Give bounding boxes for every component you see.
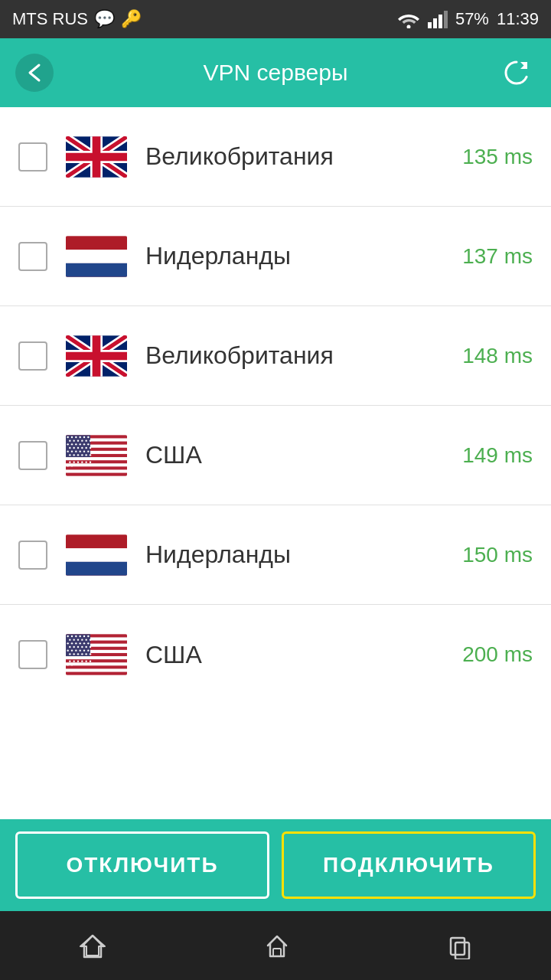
server-ping: 137 ms bbox=[462, 244, 533, 269]
server-list-item[interactable]: Великобритания135 ms bbox=[0, 107, 551, 207]
svg-rect-9 bbox=[66, 263, 127, 276]
svg-rect-1 bbox=[428, 22, 432, 28]
svg-point-110 bbox=[69, 653, 70, 655]
svg-rect-131 bbox=[451, 938, 465, 955]
svg-point-33 bbox=[75, 443, 77, 445]
server-country-name: Нидерланды bbox=[145, 242, 462, 270]
svg-point-114 bbox=[85, 653, 86, 655]
carrier-text: MTS RUS bbox=[12, 9, 88, 29]
svg-rect-76 bbox=[66, 656, 127, 659]
svg-point-102 bbox=[85, 646, 86, 648]
server-list-item[interactable]: Нидерланды137 ms bbox=[0, 207, 551, 306]
svg-point-81 bbox=[71, 635, 73, 637]
server-flag-uk bbox=[66, 335, 127, 377]
server-list-item[interactable]: США200 ms bbox=[0, 605, 551, 704]
svg-rect-77 bbox=[66, 662, 127, 665]
back-button[interactable] bbox=[15, 54, 54, 92]
svg-point-96 bbox=[83, 642, 85, 644]
server-checkbox[interactable] bbox=[18, 640, 47, 669]
svg-point-45 bbox=[75, 450, 77, 452]
svg-rect-15 bbox=[66, 457, 127, 460]
svg-point-117 bbox=[71, 657, 73, 658]
svg-rect-130 bbox=[273, 949, 281, 956]
svg-rect-78 bbox=[66, 668, 127, 671]
wifi-icon bbox=[397, 10, 420, 28]
refresh-button[interactable] bbox=[497, 54, 536, 92]
home-nav-button[interactable] bbox=[263, 932, 291, 959]
svg-point-82 bbox=[75, 635, 77, 637]
svg-point-52 bbox=[81, 454, 83, 456]
svg-rect-79 bbox=[66, 634, 90, 656]
svg-point-84 bbox=[83, 635, 85, 637]
server-checkbox[interactable] bbox=[18, 341, 47, 371]
svg-point-26 bbox=[73, 439, 74, 441]
server-flag-us bbox=[66, 634, 127, 675]
server-ping: 200 ms bbox=[462, 642, 533, 667]
recents-nav-button[interactable] bbox=[446, 932, 474, 959]
status-right: 57% 11:39 bbox=[397, 9, 539, 29]
svg-point-29 bbox=[85, 439, 86, 441]
server-ping: 149 ms bbox=[462, 443, 533, 468]
svg-point-46 bbox=[79, 450, 80, 452]
svg-point-43 bbox=[67, 450, 68, 452]
svg-point-55 bbox=[67, 457, 68, 459]
svg-rect-71 bbox=[66, 561, 127, 575]
svg-point-126 bbox=[85, 660, 86, 662]
page-title: VPN серверы bbox=[204, 60, 348, 86]
svg-point-107 bbox=[79, 649, 80, 651]
svg-point-123 bbox=[73, 660, 74, 662]
svg-point-44 bbox=[71, 450, 73, 452]
server-list-item[interactable]: Великобритания148 ms bbox=[0, 306, 551, 406]
svg-point-85 bbox=[87, 635, 89, 637]
server-list-item[interactable]: Нидерланды150 ms bbox=[0, 505, 551, 605]
svg-rect-8 bbox=[66, 250, 127, 263]
svg-point-28 bbox=[81, 439, 83, 441]
svg-point-20 bbox=[71, 436, 73, 437]
connect-button[interactable]: ПОДКЛЮЧИТЬ bbox=[282, 831, 536, 899]
server-country-name: Нидерланды bbox=[145, 541, 462, 569]
svg-point-24 bbox=[87, 436, 89, 437]
svg-point-27 bbox=[77, 439, 79, 441]
svg-point-53 bbox=[85, 454, 86, 456]
server-checkbox[interactable] bbox=[18, 441, 47, 470]
svg-point-113 bbox=[81, 653, 83, 655]
svg-point-104 bbox=[67, 649, 68, 651]
server-checkbox[interactable] bbox=[18, 142, 47, 172]
svg-rect-3 bbox=[439, 15, 442, 28]
svg-point-64 bbox=[81, 461, 83, 462]
server-list-item[interactable]: США149 ms bbox=[0, 406, 551, 505]
svg-point-94 bbox=[75, 642, 77, 644]
svg-point-66 bbox=[90, 461, 91, 462]
svg-rect-132 bbox=[455, 942, 469, 959]
svg-point-80 bbox=[67, 635, 68, 637]
svg-point-34 bbox=[79, 443, 80, 445]
svg-point-49 bbox=[69, 454, 70, 456]
svg-point-115 bbox=[90, 653, 91, 655]
svg-point-50 bbox=[73, 454, 74, 456]
svg-point-59 bbox=[83, 457, 85, 459]
svg-point-95 bbox=[79, 642, 80, 644]
server-flag-nl bbox=[66, 534, 127, 576]
server-checkbox[interactable] bbox=[18, 541, 47, 570]
svg-point-48 bbox=[87, 450, 89, 452]
server-country-name: США bbox=[145, 641, 462, 669]
server-checkbox[interactable] bbox=[18, 242, 47, 271]
svg-point-22 bbox=[79, 436, 80, 437]
back-nav-button[interactable] bbox=[77, 933, 108, 959]
server-country-name: Великобритания bbox=[145, 142, 462, 171]
svg-point-105 bbox=[71, 649, 73, 651]
svg-point-40 bbox=[81, 446, 83, 448]
disconnect-button[interactable]: ОТКЛЮЧИТЬ bbox=[15, 831, 269, 899]
bottom-bar: ОТКЛЮЧИТЬ ПОДКЛЮЧИТЬ bbox=[0, 819, 551, 911]
svg-point-54 bbox=[90, 454, 91, 456]
svg-point-88 bbox=[77, 639, 79, 640]
svg-point-128 bbox=[67, 664, 68, 665]
svg-point-91 bbox=[90, 639, 91, 640]
signal-icon bbox=[428, 10, 448, 28]
svg-point-31 bbox=[67, 443, 68, 445]
svg-point-125 bbox=[81, 660, 83, 662]
battery-text: 57% bbox=[455, 9, 489, 29]
svg-point-127 bbox=[90, 660, 91, 662]
svg-point-119 bbox=[79, 657, 80, 658]
server-country-name: Великобритания bbox=[145, 341, 462, 370]
